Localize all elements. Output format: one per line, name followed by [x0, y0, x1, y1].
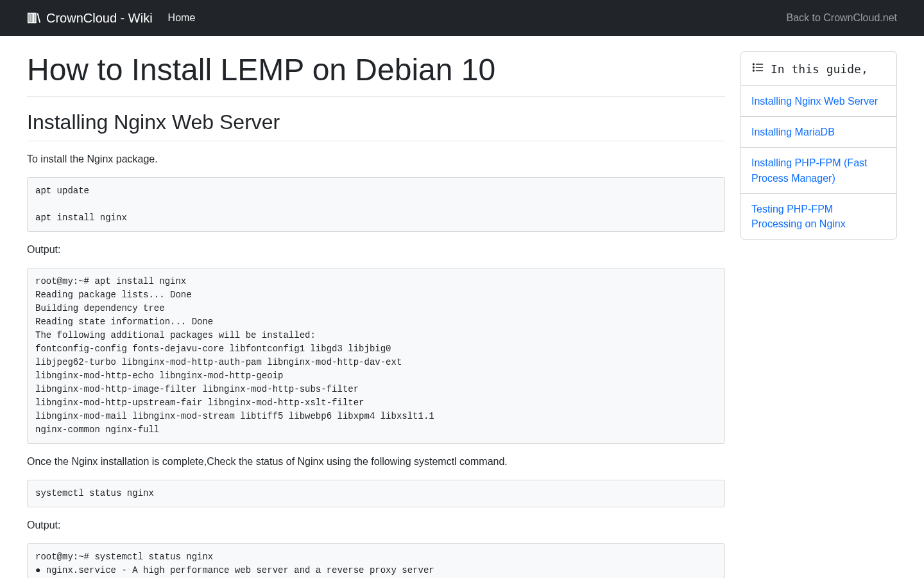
main-content: How to Install LEMP on Debian 10 Install… — [27, 51, 725, 578]
section-heading-nginx: Installing Nginx Web Server — [27, 110, 725, 134]
output-label: Output: — [27, 242, 725, 258]
toc-card: In this guide, Installing Nginx Web Serv… — [740, 51, 897, 240]
toc-title: In this guide, — [771, 62, 868, 76]
svg-rect-1 — [31, 13, 33, 23]
brand-link[interactable]: CrownCloud - Wiki — [27, 11, 153, 26]
svg-rect-0 — [28, 13, 30, 23]
svg-point-5 — [753, 67, 755, 68]
paragraph-install-nginx: To install the Nginx package. — [27, 152, 725, 167]
output-label: Output: — [27, 518, 725, 533]
toc-item: Installing Nginx Web Server — [741, 86, 896, 116]
brand-text: CrownCloud - Wiki — [46, 11, 153, 26]
section-divider — [27, 141, 725, 141]
code-block-apt-output: root@my:~# apt install nginx Reading pac… — [27, 268, 725, 444]
navbar-left: CrownCloud - Wiki Home — [27, 11, 195, 26]
page-container: How to Install LEMP on Debian 10 Install… — [0, 36, 924, 578]
toc-header: In this guide, — [741, 52, 896, 86]
code-block-status-output: root@my:~# systemctl status nginx ● ngin… — [27, 543, 725, 578]
toc-item: Installing MariaDB — [741, 116, 896, 147]
nav-home[interactable]: Home — [168, 12, 196, 24]
code-block-apt-install: apt update apt install nginx — [27, 177, 725, 232]
toc-link-phpfpm[interactable]: Installing PHP-FPM (Fast Process Manager… — [741, 148, 896, 193]
sidebar: In this guide, Installing Nginx Web Serv… — [740, 51, 897, 240]
svg-point-4 — [753, 64, 755, 65]
books-icon — [27, 11, 41, 25]
svg-rect-2 — [34, 13, 36, 23]
title-divider — [27, 96, 725, 97]
nav-back-link[interactable]: Back to CrownCloud.net — [786, 12, 897, 24]
paragraph-check-status: Once the Nginx installation is complete,… — [27, 454, 725, 469]
svg-line-3 — [38, 13, 40, 23]
svg-point-6 — [753, 70, 755, 71]
toc-list: Installing Nginx Web Server Installing M… — [741, 86, 896, 239]
toc-link-testing[interactable]: Testing PHP-FPM Processing on Nginx — [741, 194, 896, 239]
toc-link-mariadb[interactable]: Installing MariaDB — [741, 117, 896, 147]
page-title: How to Install LEMP on Debian 10 — [27, 51, 725, 89]
list-icon — [751, 61, 764, 76]
toc-item: Installing PHP-FPM (Fast Process Manager… — [741, 147, 896, 193]
navbar: CrownCloud - Wiki Home Back to CrownClou… — [0, 0, 924, 36]
code-block-systemctl: systemctl status nginx — [27, 480, 725, 507]
toc-link-nginx[interactable]: Installing Nginx Web Server — [741, 86, 896, 116]
toc-item: Testing PHP-FPM Processing on Nginx — [741, 193, 896, 239]
